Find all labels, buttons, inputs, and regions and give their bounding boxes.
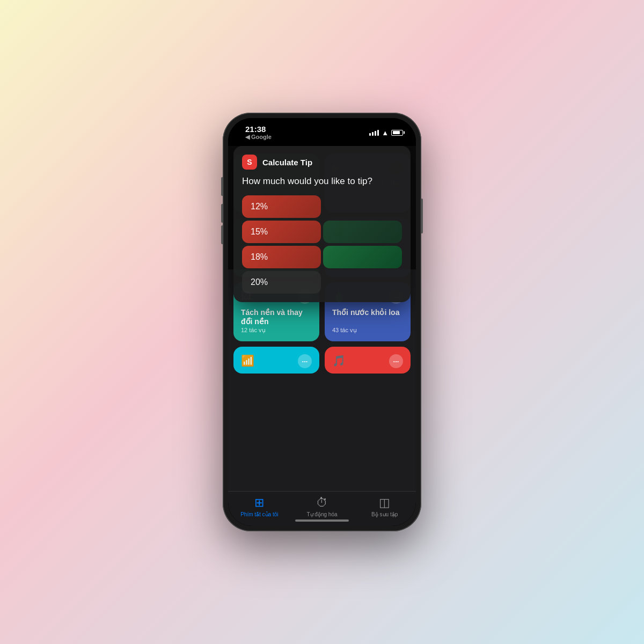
phone-screen: 21:38 ◀ Google ▲ <box>228 118 416 526</box>
nav-label-my-shortcuts: Phím tắt của tôi <box>240 511 278 517</box>
status-icons: ▲ <box>369 129 403 137</box>
card-subtitle-tach-nen: 12 tác vụ <box>241 327 312 334</box>
status-back: ◀ Google <box>245 134 272 141</box>
siri-option-row-1: 12% <box>242 195 402 218</box>
card-more-red[interactable]: ··· <box>389 354 403 368</box>
siri-option-row-3: 18% <box>242 246 402 268</box>
siri-option-12[interactable]: 12% <box>242 195 321 218</box>
battery-icon <box>391 130 403 136</box>
card-title-thoi-nuoc: Thổi nước khỏi loa <box>332 308 403 327</box>
siri-options: 12% 15% 18% <box>242 195 402 294</box>
card-title-tach-nen: Tách nền và thay đổi nền <box>241 308 312 327</box>
siri-option-15[interactable]: 15% <box>242 221 321 243</box>
home-indicator <box>295 519 349 522</box>
card-more-wifi[interactable]: ··· <box>298 354 312 368</box>
nav-item-my-shortcuts[interactable]: ⊞ Phím tắt của tôi <box>228 496 291 517</box>
nav-icon-automation: ⏱ <box>316 496 328 510</box>
nav-item-automation[interactable]: ⏱ Tự động hóa <box>291 496 354 517</box>
shortcut-card-red[interactable]: 🎵 ··· <box>325 347 411 374</box>
shortcut-card-wifi[interactable]: 📶 ··· <box>233 347 319 374</box>
siri-question: How much would you like to tip? <box>242 176 402 187</box>
wifi-icon: ▲ <box>382 129 389 137</box>
card-icon-red-shortcut: 🎵 <box>332 354 346 367</box>
nav-icon-gallery: ◫ <box>379 496 390 510</box>
nav-icon-my-shortcuts: ⊞ <box>254 496 264 510</box>
siri-option-right-15[interactable] <box>323 221 402 243</box>
calculate-tip-icon: S <box>242 155 257 170</box>
siri-option-18[interactable]: 18% <box>242 246 321 268</box>
siri-option-20[interactable]: 20% <box>242 271 321 294</box>
card-subtitle-thoi-nuoc: 43 tác vụ <box>332 327 403 334</box>
siri-overlay: S Calculate Tip How much would you like … <box>233 146 411 302</box>
status-time: 21:38 <box>245 125 272 134</box>
card-icon-wifi-shortcut: 📶 <box>241 354 254 367</box>
nav-label-gallery: Bộ sưu tập <box>371 511 398 517</box>
shortcuts-bottom-row: 📶 ··· 🎵 ··· <box>233 347 411 374</box>
status-bar: 21:38 ◀ Google ▲ <box>228 118 416 144</box>
phone-device: 21:38 ◀ Google ▲ <box>223 113 421 531</box>
siri-header: S Calculate Tip <box>242 155 402 170</box>
signal-icon <box>369 130 379 136</box>
siri-option-row-4: 20% <box>242 271 402 294</box>
nav-label-automation: Tự động hóa <box>306 511 337 517</box>
siri-app-name: Calculate Tip <box>262 158 312 167</box>
nav-item-gallery[interactable]: ◫ Bộ sưu tập <box>353 496 416 517</box>
siri-option-row-2: 15% <box>242 221 402 243</box>
siri-option-right-18[interactable] <box>323 246 402 268</box>
